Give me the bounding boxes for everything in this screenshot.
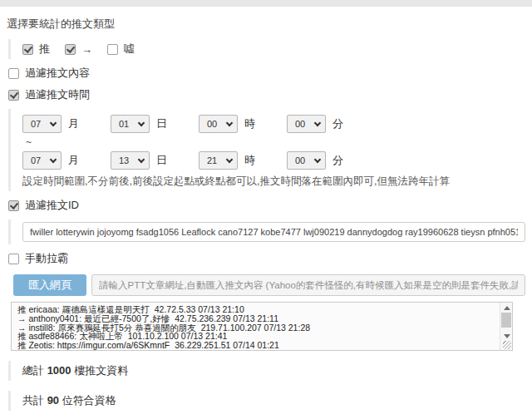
filter-id-row[interactable]: 過濾推文ID: [8, 198, 525, 213]
resize-grip-icon[interactable]: [503, 341, 511, 349]
push-type-group: 推 → 噓: [8, 39, 525, 59]
total-count-value: 1000: [47, 364, 71, 377]
filter-time-label: 過濾推文時間: [25, 87, 90, 102]
filter-id-label: 過濾推文ID: [25, 198, 79, 213]
push-type-push[interactable]: 推: [22, 42, 50, 57]
day-unit-label: 日: [156, 153, 167, 168]
id-filter-input[interactable]: [22, 222, 525, 242]
month-unit-label: 月: [68, 153, 79, 168]
push-checkbox[interactable]: [22, 44, 33, 55]
to-month-select[interactable]: 07: [22, 151, 62, 170]
from-hour-select[interactable]: 00: [199, 115, 238, 133]
filter-id-checkbox[interactable]: [8, 200, 19, 211]
push-list-box[interactable]: 推 ericaaa: 羅德島這樣還是明天打42.72.5.33 07/13 21…: [11, 302, 513, 351]
filter-time-checkbox[interactable]: [8, 90, 19, 101]
to-hour-select[interactable]: 21: [199, 151, 238, 170]
id-filter-block: [8, 219, 525, 244]
to-minute-select[interactable]: 00: [287, 151, 326, 170]
lottery-tool-page: 選擇要統計的推文類型 推 → 噓 過濾推文內容 過濾推文時間 07 月 01: [0, 7, 532, 419]
scroll-down-icon[interactable]: [504, 334, 510, 338]
article-url-input[interactable]: [91, 274, 525, 296]
scrollbar-thumb[interactable]: [501, 313, 511, 328]
time-to-row: 07 月 13 日 21 時 00 分: [22, 151, 525, 170]
manual-slot-label: 手動拉霸: [25, 251, 68, 266]
range-separator: ~: [26, 136, 525, 148]
import-webpage-button[interactable]: 匯入網頁: [13, 274, 86, 296]
time-from-row: 07 月 01 日 00 時 00 分: [22, 115, 525, 133]
hour-unit-label: 時: [244, 153, 255, 168]
hour-unit-label: 時: [244, 116, 255, 131]
push-lines: 推 ericaaa: 羅德島這樣還是明天打42.72.5.33 07/13 21…: [12, 303, 512, 352]
day-unit-label: 日: [156, 116, 167, 131]
filter-time-row[interactable]: 過濾推文時間: [8, 87, 525, 102]
push-label: 推: [39, 42, 50, 57]
filter-content-label: 過濾推文內容: [25, 66, 90, 81]
from-day-select[interactable]: 01: [111, 115, 150, 133]
from-minute-select[interactable]: 00: [287, 115, 326, 133]
from-month-select[interactable]: 07: [22, 115, 62, 133]
manual-slot-row[interactable]: 手動拉霸: [8, 251, 525, 266]
filter-content-row[interactable]: 過濾推文內容: [8, 66, 525, 81]
push-type-boo[interactable]: 噓: [107, 42, 135, 57]
qualified-count-line: 共計 90 位符合資格: [8, 391, 525, 411]
push-type-arrow[interactable]: →: [65, 43, 92, 56]
filter-content-checkbox[interactable]: [8, 68, 19, 79]
to-day-select[interactable]: 13: [111, 151, 150, 170]
minute-unit-label: 分: [332, 116, 343, 131]
time-range-block: 07 月 01 日 00 時 00 分 ~ 07 月 13: [8, 109, 525, 191]
push-line: 推 Zeotis: https://imgur.com/a/6SKmntF36.…: [17, 341, 495, 350]
boo-label: 噓: [124, 42, 135, 57]
push-line: → anthony0401: 最近已經-7500了,好慘42.75.236.23…: [17, 314, 495, 323]
qualified-count-value: 90: [47, 394, 59, 407]
import-row: 匯入網頁: [13, 274, 525, 296]
arrow-checkbox[interactable]: [65, 44, 76, 55]
time-range-note: 設定時間範圍,不分前後,前後設定起點或終點都可以,推文時間落在範圍內即可,但無法…: [22, 175, 525, 189]
total-count-line: 總計 1000 樓推文資料: [8, 361, 525, 381]
manual-slot-checkbox[interactable]: [8, 254, 19, 264]
scroll-up-icon[interactable]: [504, 306, 510, 310]
arrow-label: →: [81, 43, 92, 56]
boo-checkbox[interactable]: [107, 44, 118, 55]
minute-unit-label: 分: [332, 153, 343, 168]
month-unit-label: 月: [68, 116, 79, 131]
page-title: 選擇要統計的推文類型: [7, 17, 525, 32]
top-strip: [0, 0, 532, 7]
